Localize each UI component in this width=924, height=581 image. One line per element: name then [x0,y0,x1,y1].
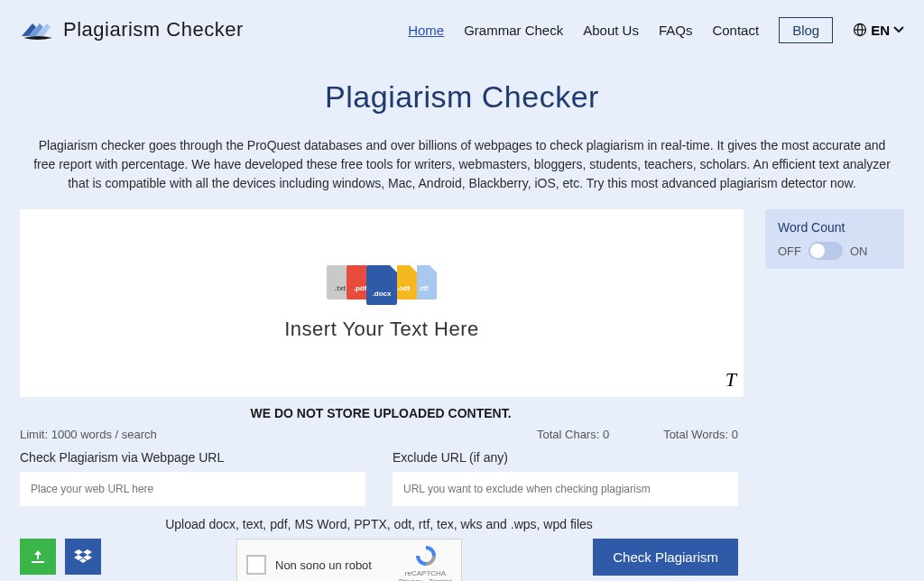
check-url-input[interactable] [20,472,365,506]
exclude-url-col: Exclude URL (if any) [393,450,738,506]
recaptcha-widget[interactable]: Non sono un robot reCAPTCHA Privacy - Te… [236,539,462,581]
globe-icon [853,23,867,37]
chevron-down-icon [893,26,904,33]
upload-file-button[interactable] [20,539,56,575]
dropbox-icon [73,549,93,565]
check-url-label: Check Plagiarism via Webpage URL [20,450,365,465]
logo-icon [20,16,56,43]
text-editor[interactable]: .txt .pdf .docx .odt .rtf Insert Your Te… [20,209,744,397]
char-count: Total Chars: 0 [537,428,609,441]
word-count: Total Words: 0 [663,428,738,441]
recaptcha-brand: reCAPTCHA [405,569,446,577]
recaptcha-terms: Privacy - Termini [399,577,452,581]
recaptcha-checkbox[interactable] [246,555,266,575]
exclude-url-input[interactable] [393,472,738,506]
bottom-actions-row: Non sono un robot reCAPTCHA Privacy - Te… [18,539,740,581]
svg-rect-3 [32,561,44,563]
nav-grammar[interactable]: Grammar Check [464,23,563,38]
upload-hint: Upload docx, text, pdf, MS Word, PPTX, o… [18,517,740,531]
word-count-title: Word Count [778,220,892,235]
check-url-col: Check Plagiarism via Webpage URL [20,450,365,506]
recaptcha-logo: reCAPTCHA Privacy - Termini [399,544,452,581]
nav-home[interactable]: Home [408,23,444,38]
url-inputs-row: Check Plagiarism via Webpage URL Exclude… [18,450,740,506]
file-type-icons: .txt .pdf .docx .odt .rtf [330,265,433,305]
word-count-toggle-row: OFF ON [778,242,892,260]
page-description: Plagiarism checker goes through the ProQ… [18,136,906,193]
word-count-panel: Word Count OFF ON [765,209,904,269]
editor-placeholder: Insert Your Text Here [284,318,479,341]
toggle-on-label: ON [850,244,868,258]
nav-contact[interactable]: Contact [712,23,759,38]
nav-about[interactable]: About Us [583,23,639,38]
docx-file-icon: .docx [366,265,397,305]
language-code: EN [871,23,890,38]
nav-faqs[interactable]: FAQs [659,23,693,38]
main-content: Plagiarism Checker Plagiarism checker go… [0,52,924,581]
upload-icon [29,549,47,565]
stats-row: Limit: 1000 words / search Total Chars: … [18,428,740,450]
nav-blog-button[interactable]: Blog [779,17,833,43]
word-count-toggle[interactable] [808,242,843,260]
main-nav: Home Grammar Check About Us FAQs Contact… [408,17,904,43]
word-limit: Limit: 1000 words / search [20,428,157,441]
header: Plagiarism Checker Home Grammar Check Ab… [0,0,924,52]
brand-logo[interactable]: Plagiarism Checker [20,16,244,43]
recaptcha-icon [414,544,438,567]
dropbox-button[interactable] [65,539,101,575]
check-plagiarism-button[interactable]: Check Plagiarism [593,539,738,576]
language-selector[interactable]: EN [853,23,904,38]
toggle-off-label: OFF [778,244,801,258]
recaptcha-label: Non sono un robot [275,558,390,572]
storage-notice: WE DO NOT STORE UPLOADED CONTENT. [18,406,906,420]
exclude-url-label: Exclude URL (if any) [393,450,738,465]
text-format-icon[interactable]: T [725,368,736,392]
editor-row: .txt .pdf .docx .odt .rtf Insert Your Te… [18,209,906,397]
brand-name: Plagiarism Checker [63,18,244,42]
page-title: Plagiarism Checker [18,79,906,115]
